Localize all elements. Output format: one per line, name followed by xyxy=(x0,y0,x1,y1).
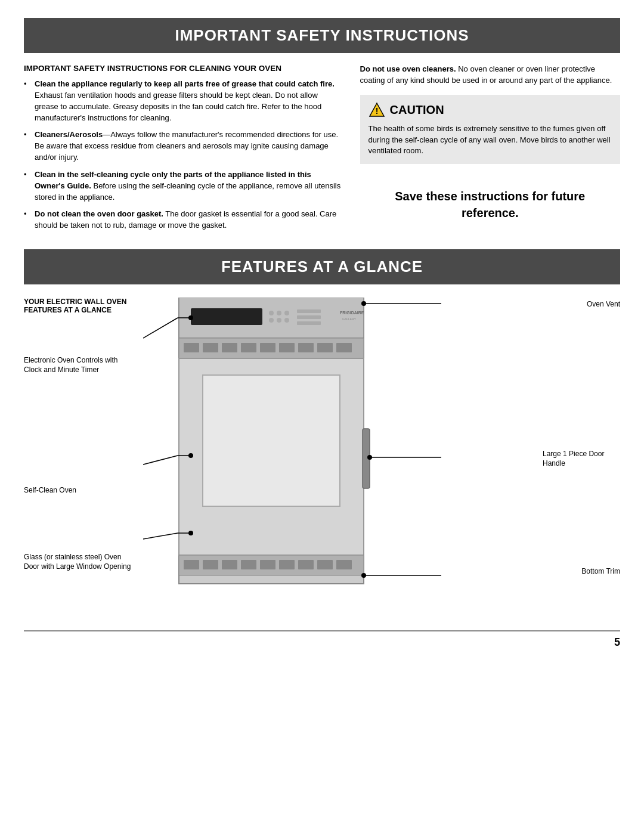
svg-rect-22 xyxy=(279,343,295,352)
features-title-bar: FEATURES AT A GLANCE xyxy=(24,249,620,284)
svg-rect-24 xyxy=(317,343,333,352)
svg-rect-20 xyxy=(241,343,256,352)
bullet-item-4: • Do not clean the oven door gasket. The… xyxy=(24,209,342,231)
svg-rect-30 xyxy=(203,560,218,569)
oven-diagram-area: FRIGIDAIRE GALLERY xyxy=(143,298,620,592)
svg-text:FRIGIDAIRE: FRIGIDAIRE xyxy=(340,311,364,315)
page-number: 5 xyxy=(614,636,620,649)
svg-point-9 xyxy=(277,318,281,323)
svg-rect-27 xyxy=(203,375,340,506)
svg-line-41 xyxy=(143,318,178,338)
oven-diagram-svg: FRIGIDAIRE GALLERY xyxy=(143,298,441,590)
features-left-labels: YOUR ELECTRIC WALL OVEN FEATURES AT A GL… xyxy=(24,298,143,612)
svg-rect-25 xyxy=(336,343,352,352)
right-column: Do not use oven cleaners. No oven cleane… xyxy=(360,64,621,237)
bullet-symbol-4: • xyxy=(24,209,32,231)
caution-title: CAUTION xyxy=(390,103,444,117)
svg-rect-21 xyxy=(260,343,275,352)
content-area: IMPORTANT SAFETY INSTRUCTIONS FOR CLEANI… xyxy=(24,64,620,237)
label-bottom-trim: Bottom Trim xyxy=(581,567,620,577)
bullet-symbol: • xyxy=(24,79,32,123)
svg-text:!: ! xyxy=(375,106,378,116)
bullet-text-2: Cleaners/Aerosols—Always follow the manu… xyxy=(35,129,342,163)
svg-rect-35 xyxy=(298,560,314,569)
svg-rect-31 xyxy=(222,560,237,569)
features-content: YOUR ELECTRIC WALL OVEN FEATURES AT A GL… xyxy=(24,298,620,612)
bullet-item-2: • Cleaners/Aerosols—Always follow the ma… xyxy=(24,129,342,163)
main-title-bar: IMPORTANT SAFETY INSTRUCTIONS xyxy=(24,18,620,53)
svg-line-47 xyxy=(143,533,178,539)
svg-rect-17 xyxy=(184,343,199,352)
label-oven-vent: Oven Vent xyxy=(587,300,620,309)
svg-rect-37 xyxy=(336,560,352,569)
features-title: FEATURES AT A GLANCE xyxy=(36,258,608,276)
svg-rect-23 xyxy=(298,343,314,352)
caution-header: ! CAUTION xyxy=(369,102,612,119)
save-instructions: Save these instructions for future refer… xyxy=(360,182,621,227)
label-controls: Electronic Oven Controls with Clock and … xyxy=(24,356,137,374)
left-label-area: Electronic Oven Controls with Clock and … xyxy=(24,326,137,612)
svg-point-8 xyxy=(269,318,274,323)
svg-rect-11 xyxy=(297,309,321,313)
caution-icon: ! xyxy=(369,102,385,119)
label-glassdoor: Glass (or stainless steel) Oven Door wit… xyxy=(24,553,137,571)
left-column: IMPORTANT SAFETY INSTRUCTIONS FOR CLEANI… xyxy=(24,64,342,237)
svg-rect-19 xyxy=(222,343,237,352)
svg-text:GALLERY: GALLERY xyxy=(342,317,357,321)
svg-point-5 xyxy=(269,311,274,315)
main-title: IMPORTANT SAFETY INSTRUCTIONS xyxy=(36,26,608,45)
bullet-text-3: Clean in the self-cleaning cycle only th… xyxy=(35,169,342,203)
bullet-text-4: Do not clean the oven door gasket. The d… xyxy=(35,209,342,231)
features-heading: YOUR ELECTRIC WALL OVEN FEATURES AT A GL… xyxy=(24,298,137,314)
bullet-symbol-2: • xyxy=(24,129,32,163)
no-oven-cleaners-para: Do not use oven cleaners. No oven cleane… xyxy=(360,64,621,86)
page-footer: 5 xyxy=(24,630,620,649)
svg-rect-33 xyxy=(260,560,275,569)
caution-box: ! CAUTION The health of some birds is ex… xyxy=(360,95,621,165)
svg-rect-34 xyxy=(279,560,295,569)
svg-rect-36 xyxy=(317,560,333,569)
svg-rect-18 xyxy=(203,343,218,352)
bullet-item-3: • Clean in the self-cleaning cycle only … xyxy=(24,169,342,203)
label-selfclean: Self-Clean Oven xyxy=(24,486,76,496)
svg-rect-29 xyxy=(184,560,199,569)
bullet-symbol-3: • xyxy=(24,169,32,203)
svg-point-10 xyxy=(284,318,289,323)
svg-point-7 xyxy=(284,311,289,315)
svg-rect-32 xyxy=(241,560,256,569)
caution-text: The health of some birds is extremely se… xyxy=(369,123,612,157)
svg-rect-13 xyxy=(297,321,321,325)
bullet-item-1: • Clean the appliance regularly to keep … xyxy=(24,79,342,123)
svg-line-44 xyxy=(143,456,178,465)
svg-rect-4 xyxy=(191,308,262,325)
svg-rect-12 xyxy=(297,315,321,319)
svg-point-6 xyxy=(277,311,281,315)
cleaning-heading: IMPORTANT SAFETY INSTRUCTIONS FOR CLEANI… xyxy=(24,64,342,73)
label-door-handle: Large 1 Piece Door Handle xyxy=(543,450,620,468)
bullet-text-1: Clean the appliance regularly to keep al… xyxy=(35,79,342,123)
